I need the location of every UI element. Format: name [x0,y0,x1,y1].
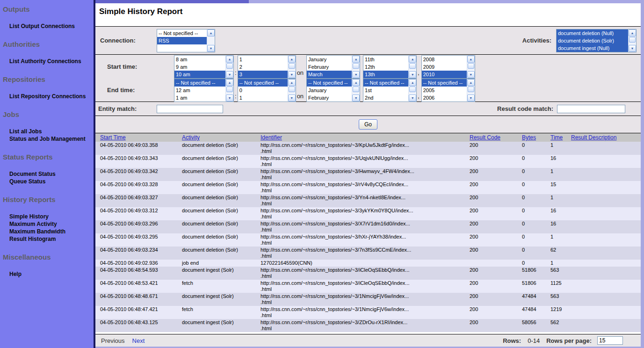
connection-option[interactable]: RSS [157,37,207,44]
year-option[interactable]: 2006 [422,94,467,102]
scrollbar-track[interactable] [629,36,636,45]
scrollbar-track[interactable] [352,63,360,71]
activity-option[interactable]: document deletion (Null) [557,29,628,37]
month-option[interactable]: -- Not specified -- [307,79,352,87]
month-option[interactable]: January [307,56,352,63]
hour-option[interactable]: -- Not specified -- [174,79,225,87]
sidebar-item-status-and-job-management[interactable]: Status and Job Management [9,135,94,143]
scroll-down-icon[interactable]: ▼ [288,71,296,78]
scroll-down-icon[interactable]: ▼ [288,94,296,102]
year-option[interactable]: 2010 [422,71,467,78]
hour-option[interactable]: 9 am [174,63,225,71]
scrollbar-thumb[interactable] [353,63,359,69]
scroll-down-icon[interactable]: ▼ [207,45,215,52]
sidebar-item-maximum-bandwidth[interactable]: Maximum Bandwidth [9,228,94,235]
end-day-listbox[interactable]: -- Not specified --1st2nd ▲ ▼ [363,79,417,102]
scrollbar-thumb[interactable] [409,87,416,92]
scroll-down-icon[interactable]: ▼ [409,71,416,78]
scrollbar-thumb[interactable] [289,87,295,92]
scrollbar-track[interactable] [467,86,475,94]
activities-scrollbar[interactable]: ▲ ▼ [628,29,636,52]
scrollbar-track[interactable] [352,86,360,94]
scroll-down-icon[interactable]: ▼ [467,94,475,102]
sidebar-item-list-output-connections[interactable]: List Output Connections [9,22,94,30]
scroll-up-icon[interactable]: ▲ [288,56,296,63]
scrollbar[interactable]: ▲ ▼ [225,79,233,102]
rows-per-page-input[interactable] [597,336,623,345]
start-year-listbox[interactable]: 200820092010 ▲ ▼ [421,55,475,79]
column-header-link[interactable]: Time [550,134,563,141]
day-option[interactable]: -- Not specified -- [363,79,408,87]
scrollbar-thumb[interactable] [353,87,359,92]
scroll-down-icon[interactable]: ▼ [352,71,360,78]
end-month-listbox[interactable]: -- Not specified --JanuaryFebruary ▲ ▼ [306,79,360,102]
minute-option[interactable]: -- Not specified -- [238,79,288,87]
hour-option[interactable]: 8 am [174,56,225,63]
end-hour-listbox[interactable]: -- Not specified --12 am1 am ▲ ▼ [174,79,234,102]
start-month-listbox[interactable]: JanuaryFebruaryMarch ▲ ▼ [306,55,360,79]
scroll-up-icon[interactable]: ▲ [409,56,416,63]
year-option[interactable]: -- Not specified -- [422,79,467,87]
scrollbar[interactable]: ▲ ▼ [408,56,416,78]
day-option[interactable]: 2nd [363,94,408,102]
scrollbar-track[interactable] [288,63,296,71]
scrollbar-thumb[interactable] [629,37,636,43]
sidebar-item-help[interactable]: Help [9,270,94,278]
sidebar-item-result-histogram[interactable]: Result Histogram [9,235,94,243]
connection-listbox[interactable]: -- Not specified --RSS ▲ ▼ [157,29,215,52]
end-year-listbox[interactable]: -- Not specified --20052006 ▲ ▼ [421,79,475,102]
sidebar-item-document-status[interactable]: Document Status [9,170,94,178]
scrollbar-track[interactable] [226,63,233,71]
month-option[interactable]: February [307,63,352,71]
minute-option[interactable]: 1 [238,94,288,102]
month-option[interactable]: January [307,87,352,94]
scrollbar[interactable]: ▲ ▼ [288,79,296,102]
day-option[interactable]: 1st [363,87,408,94]
sidebar-item-list-authority-connections[interactable]: List Authority Connections [9,58,94,65]
scroll-down-icon[interactable]: ▼ [629,45,636,52]
start-day-listbox[interactable]: 11th12th13th ▲ ▼ [363,55,417,79]
scroll-up-icon[interactable]: ▲ [352,79,360,86]
connection-scrollbar[interactable]: ▲ ▼ [207,29,215,52]
minute-option[interactable]: 1 [238,56,288,63]
scrollbar-track[interactable] [207,36,215,45]
activity-option[interactable]: document ingest (Null) [557,44,628,52]
scrollbar[interactable]: ▲ ▼ [288,56,296,78]
hour-option[interactable]: 1 am [174,94,225,102]
scrollbar-track[interactable] [409,86,416,94]
scroll-up-icon[interactable]: ▲ [288,79,296,86]
column-header-link[interactable]: Identifier [260,134,282,141]
scroll-down-icon[interactable]: ▼ [352,94,360,102]
hour-option[interactable]: 12 am [174,87,225,94]
scroll-down-icon[interactable]: ▼ [226,71,233,78]
scrollbar[interactable]: ▲ ▼ [467,79,475,102]
scrollbar-thumb[interactable] [468,63,474,69]
sidebar-item-maximum-activity[interactable]: Maximum Activity [9,220,94,228]
scrollbar-track[interactable] [226,86,233,94]
column-header-link[interactable]: Bytes [522,134,536,141]
connection-option[interactable]: -- Not specified -- [157,29,207,37]
scrollbar-track[interactable] [467,63,475,71]
scrollbar[interactable]: ▲ ▼ [352,79,360,102]
scrollbar-track[interactable] [288,86,296,94]
scrollbar-thumb[interactable] [409,63,416,69]
sidebar-item-list-repository-connections[interactable]: List Repository Connections [9,93,94,100]
sidebar-item-list-all-jobs[interactable]: List all Jobs [9,128,94,135]
scroll-down-icon[interactable]: ▼ [409,94,416,102]
scroll-up-icon[interactable]: ▲ [207,29,215,36]
scroll-down-icon[interactable]: ▼ [226,94,233,102]
scrollbar-thumb[interactable] [226,63,233,69]
day-option[interactable]: 13th [363,71,408,78]
minute-option[interactable]: 0 [238,87,288,94]
scroll-up-icon[interactable]: ▲ [467,79,475,86]
scroll-up-icon[interactable]: ▲ [629,29,636,36]
scrollbar-thumb[interactable] [468,87,474,92]
month-option[interactable]: March [307,71,352,78]
scroll-up-icon[interactable]: ▲ [467,56,475,63]
day-option[interactable]: 12th [363,63,408,71]
entity-match-input[interactable] [157,105,223,113]
activities-listbox[interactable]: document deletion (Null)document deletio… [556,29,637,52]
scrollbar-thumb[interactable] [226,87,233,92]
column-header-link[interactable]: Result Description [571,134,616,141]
end-minute-listbox[interactable]: -- Not specified --01 ▲ ▼ [238,79,296,102]
